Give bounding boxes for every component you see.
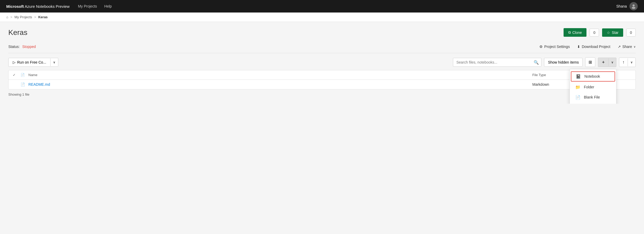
run-button-group[interactable]: ▷ Run on Free Co... ∨ [8,58,58,67]
svg-point-0 [633,4,635,7]
project-actions: ⧉ Clone 0 ☆ Star 0 [564,28,636,37]
run-label: Run on Free Co... [17,60,46,64]
status-bar: Status: Stopped ⚙ Project Settings ⬇ Dow… [8,42,636,53]
status-label: Status: [8,45,20,49]
status-value: Stopped [22,45,36,49]
add-dropdown-menu: 📓 Notebook 📁 Folder 📄 Blank File M↓ Mark… [570,69,616,104]
file-footer: Showing 1 file [8,89,636,97]
run-chevron-icon: ∨ [53,60,55,64]
notebook-icon: 📓 [576,74,581,79]
run-dropdown-button[interactable]: ∨ [50,58,58,66]
grid-view-button[interactable]: ⊞ [585,57,595,67]
breadcrumb-current: Keras [38,15,48,19]
star-button[interactable]: ☆ Star [602,28,623,37]
navbar-links: My Projects Help [78,4,616,8]
user-name: Shana [616,4,627,8]
avatar [629,2,638,10]
project-header: Keras ⧉ Clone 0 ☆ Star 0 [8,28,636,42]
clone-button[interactable]: ⧉ Clone [564,28,587,37]
project-settings-label: Project Settings [544,45,570,49]
dropdown-item-folder[interactable]: 📁 Folder [570,82,616,92]
upload-icon: ↑ [622,60,624,64]
clone-icon: ⧉ [568,30,571,35]
upload-chevron-icon: ∨ [630,60,633,64]
toolbar: ▷ Run on Free Co... ∨ 🔍 Show hidden item… [8,53,636,70]
home-icon[interactable]: ⌂ [6,15,8,19]
main-content: Keras ⧉ Clone 0 ☆ Star 0 Status: Stopped… [0,22,644,104]
search-icon: 🔍 [534,60,539,65]
clone-label: Clone [572,30,582,35]
upload-dropdown-button[interactable]: ∨ [628,58,635,66]
brand-rest: Azure Notebooks Preview [24,4,70,9]
show-hidden-label: Show hidden items [548,60,579,64]
download-project-action[interactable]: ⬇ Download Project [577,45,610,49]
notebook-label: Notebook [584,74,600,78]
folder-icon: 📁 [575,85,581,90]
play-icon: ▷ [13,60,16,64]
project-settings-action[interactable]: ⚙ Project Settings [539,45,570,49]
breadcrumb-sep-2: > [34,15,36,19]
header-name: Name [28,73,532,77]
upload-main-button[interactable]: ↑ [619,58,628,67]
table-header: ✓ 📄 Name File Type Modified On [9,70,635,80]
nav-help[interactable]: Help [104,4,112,8]
plus-icon: + [602,60,605,65]
breadcrumb-my-projects[interactable]: My Projects [14,15,32,19]
header-check: ✓ [13,73,21,77]
dropdown-item-blank-file[interactable]: 📄 Blank File [570,92,616,102]
download-project-label: Download Project [582,45,610,49]
search-input[interactable] [453,58,541,67]
header-icon: 📄 [21,73,28,77]
table-row: 📄 README.md Markdown Feb 10, 20 [9,80,635,89]
dropdown-item-notebook[interactable]: 📓 Notebook [571,71,615,82]
status-section: Status: Stopped [8,45,36,49]
share-action[interactable]: ↗ Share ∨ [618,45,636,49]
breadcrumb-sep-1: > [10,15,12,19]
run-main-button[interactable]: ▷ Run on Free Co... [9,58,50,66]
dropdown-item-markdown[interactable]: M↓ Markdown [570,102,616,104]
project-title: Keras [8,28,27,37]
breadcrumb: ⌂ > My Projects > Keras [0,13,644,22]
status-actions: ⚙ Project Settings ⬇ Download Project ↗ … [539,45,636,49]
row-name: README.md [28,82,532,87]
folder-label: Folder [584,85,594,89]
add-dropdown-button[interactable]: ∨ [608,58,616,66]
star-icon: ☆ [607,30,610,35]
blank-file-label: Blank File [584,95,600,99]
blank-file-icon: 📄 [575,95,581,100]
file-count-label: Showing 1 file [8,93,29,96]
nav-my-projects[interactable]: My Projects [78,4,97,8]
add-chevron-icon: ∨ [611,60,614,64]
upload-button-group[interactable]: ↑ ∨ [619,58,636,67]
add-button-group[interactable]: + ∨ [598,58,616,67]
brand: Microsoft Azure Notebooks Preview [6,4,70,9]
clone-count: 0 [590,29,599,36]
user-menu[interactable]: Shana [616,2,638,10]
add-main-button[interactable]: + [598,58,608,67]
share-chevron-icon: ∨ [634,45,636,48]
svg-point-1 [632,7,635,9]
star-count: 0 [626,29,636,36]
download-icon: ⬇ [577,45,580,49]
share-label: Share [622,45,632,49]
add-button-container: + ∨ 📓 Notebook 📁 Folder 📄 Blank F [598,58,616,67]
grid-icon: ⊞ [589,60,592,64]
navbar: Microsoft Azure Notebooks Preview My Pro… [0,0,644,13]
search-box: 🔍 [453,58,541,67]
star-label: Star [612,30,618,35]
gear-icon: ⚙ [539,45,543,49]
show-hidden-button[interactable]: Show hidden items [544,58,583,67]
share-icon: ↗ [618,45,621,49]
file-table: ✓ 📄 Name File Type Modified On 📄 README.… [8,70,636,89]
brand-microsoft: Microsoft [6,4,24,9]
row-file-icon: 📄 [21,82,28,87]
file-link[interactable]: README.md [28,82,50,87]
